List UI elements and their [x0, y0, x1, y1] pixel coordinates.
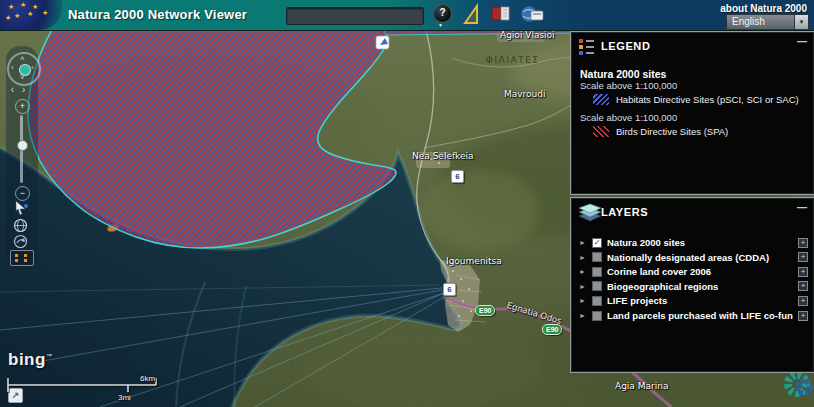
- bing-attribution: bing™: [8, 350, 52, 370]
- layer-row[interactable]: ►LIFE projects+: [579, 294, 808, 307]
- expand-row-icon[interactable]: ►: [579, 280, 587, 293]
- legend-minimize-button[interactable]: —: [797, 36, 807, 47]
- pointer-tool-button[interactable]: [13, 200, 29, 215]
- legend-item-label: Habitats Directive Sites (pSCI, SCI or S…: [616, 94, 799, 105]
- layers-minimize-button[interactable]: —: [797, 202, 807, 213]
- layer-label: Nationally designated areas (CDDA): [607, 252, 793, 263]
- eu-flag-logo: ★ ★ ★ ★ ★ ★ ★: [0, 0, 62, 30]
- pan-right-arrow[interactable]: ›: [31, 64, 34, 72]
- layers-panel-header[interactable]: LAYERS —: [571, 198, 814, 224]
- blue-hatch-swatch-icon: [593, 94, 609, 105]
- layer-add-button[interactable]: +: [798, 296, 808, 306]
- site-corner-marker: [376, 36, 389, 49]
- layer-checkbox[interactable]: [592, 267, 602, 277]
- layer-add-button[interactable]: +: [798, 281, 808, 291]
- identify-dropdown-caret[interactable]: ▼: [438, 23, 443, 28]
- layer-add-button[interactable]: +: [798, 252, 808, 262]
- identify-tool-button[interactable]: ? ▼: [432, 4, 454, 28]
- zoom-out-button[interactable]: −: [15, 186, 30, 201]
- expand-row-icon[interactable]: ►: [579, 265, 587, 278]
- identify-tool-icon: ?: [433, 4, 452, 23]
- overview-map-button[interactable]: [10, 250, 34, 266]
- legend-title: LEGEND: [601, 40, 650, 52]
- expand-row-icon[interactable]: ►: [579, 294, 587, 307]
- expand-row-icon[interactable]: ►: [579, 309, 587, 322]
- layer-checkbox[interactable]: [592, 296, 602, 306]
- guide-book-icon: [491, 5, 511, 23]
- layer-row[interactable]: ►Biogeographical regions+: [579, 280, 808, 293]
- language-select[interactable]: English ▼: [726, 14, 809, 30]
- legend-item: Habitats Directive Sites (pSCI, SCI or S…: [593, 94, 799, 105]
- pan-up-arrow[interactable]: ˄: [20, 55, 25, 63]
- layer-checkbox[interactable]: [592, 281, 602, 291]
- layers-icon: [578, 203, 602, 223]
- layer-label: Land parcels purchased with LIFE co-fund…: [607, 310, 793, 321]
- app-header: ★ ★ ★ ★ ★ ★ ★ Natura 2000 Network Viewer…: [0, 0, 814, 31]
- external-link-icon[interactable]: ↗: [8, 388, 23, 403]
- search-input[interactable]: [286, 7, 424, 25]
- legend-group-title: Natura 2000 sites: [580, 68, 666, 80]
- layers-panel: LAYERS — ►✓Natura 2000 sites+►Nationally…: [570, 197, 814, 373]
- layer-row[interactable]: ►Land parcels purchased with LIFE co-fun…: [579, 309, 808, 322]
- legend-panel-header[interactable]: LEGEND —: [571, 32, 814, 58]
- legend-item: Birds Directive Sites (SPA): [593, 126, 728, 137]
- layer-add-button[interactable]: +: [798, 311, 808, 321]
- pan-control[interactable]: ˄ ˅ ‹ ›: [7, 52, 41, 86]
- layer-label: Corine land cover 2006: [607, 266, 793, 277]
- layer-label: Natura 2000 sites: [607, 237, 793, 248]
- zoom-slider-handle[interactable]: [17, 140, 28, 151]
- layer-checkbox[interactable]: ✓: [592, 238, 602, 248]
- layer-add-button[interactable]: +: [798, 267, 808, 277]
- layer-row[interactable]: ►Nationally designated areas (CDDA)+: [579, 251, 808, 264]
- pan-left-arrow[interactable]: ‹: [11, 64, 14, 72]
- print-map-button[interactable]: [520, 4, 542, 28]
- page-title: Natura 2000 Network Viewer: [68, 7, 247, 22]
- full-extent-globe-button[interactable]: [13, 218, 29, 233]
- language-dropdown-button[interactable]: ▼: [794, 15, 808, 29]
- legend-icon: [578, 37, 596, 55]
- zoom-slider[interactable]: [20, 115, 23, 183]
- layer-label: Biogeographical regions: [607, 281, 793, 292]
- language-selected-value: English: [732, 16, 765, 27]
- layer-add-button[interactable]: +: [798, 238, 808, 248]
- layer-label: LIFE projects: [607, 295, 793, 306]
- measure-tool-icon: [460, 3, 482, 27]
- expand-row-icon[interactable]: ►: [579, 236, 587, 249]
- legend-item-label: Birds Directive Sites (SPA): [616, 126, 728, 137]
- layer-checkbox[interactable]: [592, 252, 602, 262]
- print-map-icon: [520, 4, 544, 24]
- rotate-arrows[interactable]: ‹›: [7, 84, 37, 95]
- zoom-in-button[interactable]: +: [15, 99, 30, 114]
- legend-scale-note: Scale above 1:100,000: [580, 80, 677, 91]
- previous-extent-button[interactable]: [13, 234, 29, 249]
- layer-checkbox[interactable]: [592, 311, 602, 321]
- layer-row[interactable]: ►Corine land cover 2006+: [579, 265, 808, 278]
- expand-row-icon[interactable]: ►: [579, 251, 587, 264]
- legend-panel: LEGEND — Natura 2000 sites Scale above 1…: [570, 31, 814, 195]
- layers-title: LAYERS: [601, 206, 648, 218]
- red-hatch-swatch-icon: [593, 126, 609, 137]
- app-window: Agioi VlasioiΦΙΛΙΑΤΕΣMavroudiNea Selefke…: [0, 0, 814, 407]
- pan-center-button[interactable]: [19, 64, 31, 76]
- about-natura-2000-link[interactable]: about Natura 2000: [720, 3, 807, 14]
- legend-scale-note: Scale above 1:100,000: [580, 112, 677, 123]
- layer-row[interactable]: ►✓Natura 2000 sites+: [579, 236, 808, 249]
- guide-book-button[interactable]: [491, 5, 513, 29]
- measure-tool-button[interactable]: [460, 3, 482, 27]
